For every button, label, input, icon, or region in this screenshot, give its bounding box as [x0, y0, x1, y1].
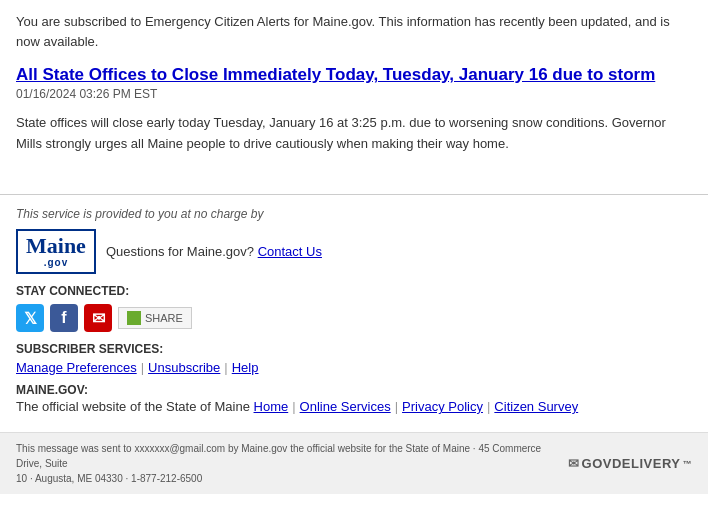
- maine-logo-maine: Maine: [26, 235, 86, 257]
- alert-body: State offices will close early today Tue…: [16, 113, 692, 155]
- section-divider: [0, 194, 708, 195]
- facebook-icon[interactable]: f: [50, 304, 78, 332]
- social-icons-row: 𝕏 f ✉ SHARE: [16, 304, 692, 332]
- subscriber-services-label: SUBSCRIBER SERVICES:: [16, 342, 692, 356]
- sep-1: |: [141, 360, 144, 375]
- home-link[interactable]: Home: [254, 399, 289, 414]
- maine-gov-section: MAINE.GOV: The official website of the S…: [16, 383, 692, 414]
- intro-text: You are subscribed to Emergency Citizen …: [16, 12, 692, 51]
- govdelivery-text: ✉ GOVDELIVERY™: [568, 456, 692, 471]
- maine-gov-desc-row: The official website of the State of Mai…: [16, 399, 692, 414]
- contact-us-link[interactable]: Contact Us: [258, 244, 322, 259]
- online-services-link[interactable]: Online Services: [300, 399, 391, 414]
- bottom-footer: This message was sent to xxxxxxx@gmail.c…: [0, 432, 708, 494]
- footer-fine-print: This message was sent to xxxxxxx@gmail.c…: [16, 441, 568, 486]
- subscriber-services-section: SUBSCRIBER SERVICES: Manage Preferences …: [16, 342, 692, 375]
- alert-title-link[interactable]: All State Offices to Close Immediately T…: [16, 65, 655, 84]
- help-link[interactable]: Help: [232, 360, 259, 375]
- privacy-policy-link[interactable]: Privacy Policy: [402, 399, 483, 414]
- manage-preferences-link[interactable]: Manage Preferences: [16, 360, 137, 375]
- trademark-symbol: ™: [683, 459, 693, 469]
- share-label: SHARE: [145, 312, 183, 324]
- envelope-icon: ✉: [568, 456, 580, 471]
- gov-links: Home | Online Services | Privacy Policy …: [254, 399, 579, 414]
- unsubscribe-link[interactable]: Unsubscribe: [148, 360, 220, 375]
- email-social-icon[interactable]: ✉: [84, 304, 112, 332]
- stay-connected-section: STAY CONNECTED: 𝕏 f ✉ SHARE: [16, 284, 692, 332]
- alert-date: 01/16/2024 03:26 PM EST: [16, 87, 692, 101]
- sep-3: |: [292, 399, 295, 414]
- maine-gov-label: MAINE.GOV:: [16, 383, 692, 397]
- stay-connected-label: STAY CONNECTED:: [16, 284, 692, 298]
- govdelivery-logo: ✉ GOVDELIVERY™: [568, 456, 692, 471]
- maine-logo: Maine .gov: [16, 229, 96, 274]
- fine-print-line2: 10 · Augusta, ME 04330 · 1-877-212-6500: [16, 471, 568, 486]
- fine-print-line1: This message was sent to xxxxxxx@gmail.c…: [16, 441, 568, 471]
- questions-text: Questions for Maine.gov? Contact Us: [106, 244, 322, 259]
- citizen-survey-link[interactable]: Citizen Survey: [494, 399, 578, 414]
- maine-logo-gov: .gov: [44, 257, 69, 268]
- maine-gov-desc-text: The official website of the State of Mai…: [16, 399, 250, 414]
- share-icon: [127, 311, 141, 325]
- govdelivery-label: GOVDELIVERY: [582, 456, 681, 471]
- sep-5: |: [487, 399, 490, 414]
- sep-4: |: [395, 399, 398, 414]
- service-provided-text: This service is provided to you at no ch…: [16, 207, 692, 221]
- subscriber-links-row: Manage Preferences | Unsubscribe | Help: [16, 360, 692, 375]
- sep-2: |: [224, 360, 227, 375]
- share-button[interactable]: SHARE: [118, 307, 192, 329]
- twitter-icon[interactable]: 𝕏: [16, 304, 44, 332]
- maine-logo-row: Maine .gov Questions for Maine.gov? Cont…: [16, 229, 692, 274]
